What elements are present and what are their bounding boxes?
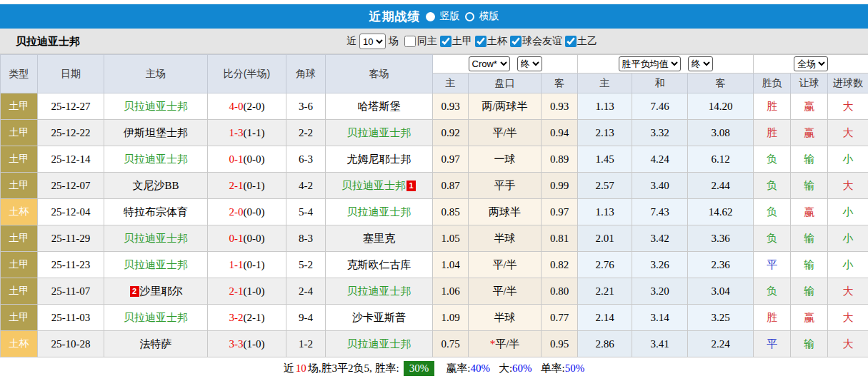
home-team-cell[interactable]: 贝拉迪亚士邦: [104, 225, 208, 252]
home-team-cell[interactable]: 文尼沙BB: [104, 173, 208, 199]
goals-cell: 大: [828, 331, 868, 357]
recent-label: 近: [346, 35, 356, 48]
score-cell[interactable]: 4-0(2-0): [208, 93, 286, 120]
handicap-cell: 平/半: [469, 278, 542, 305]
result-cell: 负: [754, 146, 791, 173]
avg-lose-cell: 14.20: [688, 93, 754, 120]
away-team-cell[interactable]: 尤姆尼耶士邦: [326, 146, 433, 173]
handicap-name: 平手: [494, 180, 516, 191]
away-team-cell[interactable]: 贝拉迪亚士邦: [326, 199, 433, 225]
home-team-cell[interactable]: 法特萨: [104, 331, 208, 357]
away-team-name: 贝拉迪亚士邦: [347, 338, 411, 350]
handicap-name: 平/半: [492, 285, 517, 297]
score-cell[interactable]: 0-1(0-0): [208, 146, 286, 173]
half-score: (0-1): [244, 180, 265, 191]
horizontal-layout-radio[interactable]: [465, 12, 474, 21]
home-team-cell[interactable]: 特拉布宗体育: [104, 199, 208, 225]
handicap-cell: 一球: [469, 146, 542, 173]
table-row: 土甲25-11-03贝拉迪亚士邦3-2(2-1)9-4沙卡亚斯普1.09半球0.…: [1, 305, 868, 331]
match-date-cell: 25-12-22: [38, 120, 104, 146]
away-team-name: 尤姆尼耶士邦: [347, 153, 411, 165]
matches-label: 场: [389, 35, 399, 48]
same-home-checkbox[interactable]: [404, 36, 416, 47]
odds-time-select[interactable]: 终: [517, 56, 542, 71]
corners-cell: 2-2: [286, 120, 326, 146]
away-odds-cell: 0.82: [542, 252, 578, 278]
horizontal-layout-label[interactable]: 横版: [479, 10, 499, 23]
avg-type-select[interactable]: 胜平负均值: [619, 56, 681, 71]
league-checkbox-土杯[interactable]: [475, 36, 487, 47]
score-cell[interactable]: 1-3(1-1): [208, 120, 286, 146]
league-label-土乙[interactable]: 土乙: [577, 35, 597, 48]
home-team-cell[interactable]: 贝拉迪亚士邦: [104, 146, 208, 173]
match-type-cell: 土甲: [1, 146, 38, 173]
single-rate: 单率:50%: [541, 362, 585, 375]
subcol-odds-away: 客: [542, 73, 578, 93]
score-cell[interactable]: 2-1(1-0): [208, 278, 286, 305]
result-cell: 平: [754, 252, 791, 278]
spread-cell: 赢: [791, 305, 828, 331]
home-team-cell[interactable]: 贝拉迪亚士邦: [104, 93, 208, 120]
match-date-cell: 25-11-23: [38, 252, 104, 278]
full-score: 1-1: [229, 259, 244, 270]
away-team-cell[interactable]: 克斯欧仁古库: [326, 252, 433, 278]
vertical-layout-label[interactable]: 竖版: [440, 10, 460, 23]
avg-lose-cell: 3.04: [688, 278, 754, 305]
corners-cell: 8-3: [286, 225, 326, 252]
match-type-cell: 土甲: [1, 120, 38, 146]
avg-selector-group: 胜平负均值 终: [578, 55, 754, 73]
away-odds-cell: 0.97: [542, 199, 578, 225]
home-odds-cell: 1.04: [433, 252, 469, 278]
away-team-cell[interactable]: 贝拉迪亚士邦1: [326, 173, 433, 199]
recent-results-panel: 近期战绩 竖版 横版 贝拉迪亚士邦 近 10 场 同主 土甲土杯球会友谊土乙: [0, 0, 868, 381]
league-filters: 土甲土杯球会友谊土乙: [437, 35, 597, 48]
home-team-name: 贝拉迪亚士邦: [124, 259, 188, 270]
full-score: 2-1: [229, 180, 244, 191]
avg-win-cell: 1.45: [578, 146, 632, 173]
corners-cell: 3-6: [286, 93, 326, 120]
away-team-cell[interactable]: 贝拉迪亚士邦: [326, 278, 433, 305]
league-checkbox-球会友谊[interactable]: [510, 36, 522, 47]
col-header-type: 类型: [1, 55, 38, 93]
score-cell[interactable]: 2-0(0-0): [208, 199, 286, 225]
away-team-cell[interactable]: 沙卡亚斯普: [326, 305, 433, 331]
home-team-cell[interactable]: 伊斯坦堡士邦: [104, 120, 208, 146]
away-team-cell[interactable]: 贝拉迪亚士邦: [326, 120, 433, 146]
away-odds-cell: 0.95: [542, 331, 578, 357]
avg-draw-cell: 3.32: [632, 120, 688, 146]
result-cell: 平: [754, 331, 791, 357]
league-checkbox-土乙[interactable]: [565, 36, 577, 47]
home-odds-cell: 0.92: [433, 120, 469, 146]
league-label-球会友谊[interactable]: 球会友谊: [522, 35, 562, 48]
avg-win-cell: 2.86: [578, 331, 632, 357]
score-cell[interactable]: 3-3(1-0): [208, 331, 286, 357]
score-cell[interactable]: 3-2(2-1): [208, 305, 286, 331]
home-team-cell[interactable]: 贝拉迪亚士邦: [104, 305, 208, 331]
score-cell[interactable]: 0-1(0-0): [208, 225, 286, 252]
away-team-cell[interactable]: 贝拉迪亚士邦: [326, 331, 433, 357]
recent-count-select[interactable]: 10: [359, 34, 386, 49]
vertical-layout-radio[interactable]: [426, 12, 435, 21]
rank-badge: 2: [130, 286, 139, 297]
avg-lose-cell: 3.25: [688, 305, 754, 331]
score-cell[interactable]: 2-1(0-1): [208, 173, 286, 199]
home-team-cell[interactable]: 2沙里耶尔: [104, 278, 208, 305]
league-checkbox-土甲[interactable]: [440, 36, 452, 47]
away-team-cell[interactable]: 塞里克: [326, 225, 433, 252]
summary-bar: 近10场,胜3平2负5, 胜率: 30% 赢率:40% 大:60% 单率:50%: [0, 357, 868, 379]
scope-select[interactable]: 全场: [794, 56, 828, 71]
score-cell[interactable]: 1-1(0-1): [208, 252, 286, 278]
league-label-土甲[interactable]: 土甲: [452, 35, 472, 48]
corners-cell: 6-3: [286, 146, 326, 173]
corners-cell: 4-2: [286, 173, 326, 199]
subcol-avg-win: 主: [578, 73, 632, 93]
avg-time-select[interactable]: 终: [688, 56, 713, 71]
home-team-name: 贝拉迪亚士邦: [124, 153, 188, 165]
odds-company-select[interactable]: Crow*: [469, 56, 510, 71]
home-team-name: 伊斯坦堡士邦: [124, 127, 188, 138]
league-label-土杯[interactable]: 土杯: [487, 35, 507, 48]
home-team-cell[interactable]: 贝拉迪亚士邦: [104, 252, 208, 278]
same-home-label[interactable]: 同主: [417, 35, 437, 48]
away-team-cell[interactable]: 哈塔斯堡: [326, 93, 433, 120]
corners-cell: 5-2: [286, 252, 326, 278]
